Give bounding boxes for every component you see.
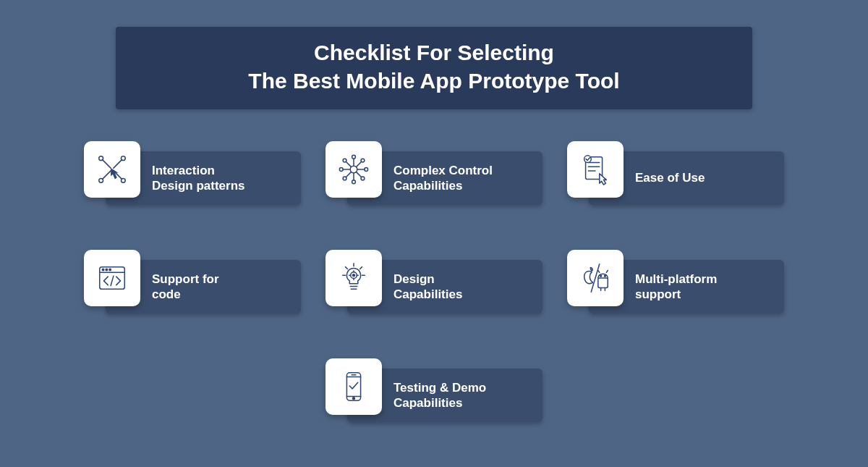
card-label: Ease of Use: [635, 170, 705, 185]
svg-line-24: [346, 172, 351, 177]
ease-check-icon: [567, 141, 624, 198]
svg-line-53: [598, 270, 600, 272]
card-ease-of-use: Ease of Use: [567, 146, 784, 208]
network-touch-icon: [84, 141, 140, 198]
svg-point-29: [584, 156, 592, 163]
card-interaction-design: Interaction Design patterns: [84, 146, 301, 208]
svg-point-51: [600, 275, 602, 277]
svg-point-52: [604, 275, 605, 277]
svg-rect-50: [598, 278, 608, 287]
svg-line-48: [360, 267, 362, 269]
phone-test-icon: [326, 358, 382, 415]
title-line-2: The Best Mobile App Prototype Tool: [130, 67, 738, 95]
svg-point-32: [102, 269, 103, 270]
title-line-1: Checklist For Selecting: [130, 38, 738, 67]
svg-line-47: [346, 267, 348, 269]
card-label: Interaction Design patterns: [152, 163, 244, 194]
svg-line-54: [606, 270, 608, 272]
svg-point-33: [106, 269, 107, 270]
svg-point-37: [353, 274, 355, 277]
svg-line-35: [111, 276, 114, 285]
card-multi-platform: Multi-platform support: [567, 254, 784, 316]
svg-line-5: [114, 160, 122, 169]
svg-point-60: [353, 397, 355, 400]
card-testing-demo: Testing & Demo Capabilities: [326, 363, 542, 425]
card-label: Design Capabilities: [393, 272, 462, 303]
svg-line-6: [103, 171, 111, 180]
title-banner: Checklist For Selecting The Best Mobile …: [116, 27, 752, 109]
card-complex-control: Complex Control Capabilities: [326, 146, 542, 208]
svg-line-4: [103, 160, 111, 169]
svg-line-21: [346, 161, 351, 167]
card-design-capabilities: Design Capabilities: [326, 254, 542, 316]
card-label: Multi-platform support: [635, 272, 717, 303]
network-hub-icon: [326, 141, 382, 198]
code-window-icon: [84, 250, 140, 306]
svg-line-23: [356, 161, 361, 167]
card-support-code: Support for code: [84, 254, 301, 316]
card-label: Support for code: [152, 272, 219, 303]
svg-point-34: [109, 269, 111, 270]
cards-grid: Interaction Design patterns Complex Cont…: [83, 146, 785, 425]
idea-bulb-icon: [326, 250, 382, 306]
card-label: Testing & Demo Capabilities: [393, 380, 486, 411]
multi-platform-icon: [567, 250, 624, 306]
svg-line-22: [356, 172, 361, 177]
card-label: Complex Control Capabilities: [393, 163, 493, 194]
